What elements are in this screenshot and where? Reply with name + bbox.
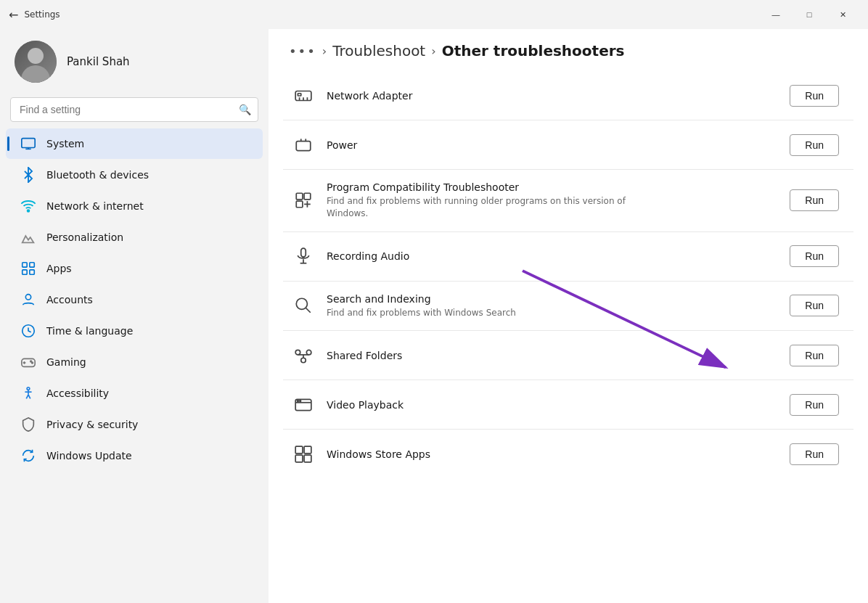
sidebar-item-bluetooth-label: Bluetooth & devices — [46, 169, 149, 181]
sidebar-item-network[interactable]: Network & internet — [6, 191, 263, 221]
network-adapter-title: Network Adapter — [327, 90, 778, 102]
svg-rect-29 — [304, 194, 311, 200]
sidebar-item-gaming[interactable]: Gaming — [6, 347, 263, 377]
sidebar-item-bluetooth[interactable]: Bluetooth & devices — [6, 160, 263, 190]
sidebar-item-apps[interactable]: Apps — [6, 253, 263, 284]
shared-folders-title: Shared Folders — [327, 350, 778, 361]
search-container: 🔍 — [10, 97, 258, 122]
recording-audio-icon — [292, 245, 315, 268]
breadcrumb-troubleshoot-link[interactable]: Troubleshoot — [332, 42, 425, 60]
sidebar-item-time-label: Time & language — [46, 325, 133, 337]
svg-rect-52 — [304, 455, 311, 462]
time-icon — [20, 323, 36, 339]
search-indexing-desc: Find and fix problems with Windows Searc… — [327, 307, 660, 319]
sidebar-item-gaming-label: Gaming — [46, 356, 86, 368]
search-indexing-icon — [292, 294, 315, 317]
troubleshooter-list: Network Adapter Run Power — [269, 71, 868, 603]
sidebar-item-personalization-label: Personalization — [46, 231, 123, 243]
svg-rect-49 — [295, 447, 303, 454]
sidebar-item-time[interactable]: Time & language — [6, 316, 263, 346]
program-compat-info: Program Compatibility Troubleshooter Fin… — [327, 181, 778, 220]
svg-rect-6 — [22, 270, 27, 274]
gaming-icon — [20, 354, 36, 370]
windows-store-run-button[interactable]: Run — [790, 443, 839, 465]
breadcrumb-dots[interactable]: ••• — [289, 44, 316, 59]
breadcrumb-sep1: › — [322, 44, 327, 58]
video-playback-title: Video Playback — [327, 399, 778, 411]
windows-store-info: Windows Store Apps — [327, 448, 778, 460]
sidebar-item-update[interactable]: Windows Update — [6, 440, 263, 471]
bluetooth-icon — [20, 167, 36, 183]
sidebar-item-privacy-label: Privacy & security — [46, 419, 138, 430]
svg-point-14 — [32, 362, 33, 364]
svg-rect-30 — [296, 201, 303, 208]
profile-area[interactable]: Pankil Shah — [0, 29, 269, 94]
network-adapter-info: Network Adapter — [327, 90, 778, 102]
content-wrapper: ••• › Troubleshoot › Other troubleshoote… — [269, 29, 868, 603]
recording-audio-info: Recording Audio — [327, 250, 778, 262]
shared-folders-icon — [292, 344, 315, 367]
shared-folders-info: Shared Folders — [327, 350, 778, 361]
sidebar-item-system[interactable]: System — [6, 128, 263, 159]
sidebar-nav: System Bluetooth & devices — [0, 128, 269, 472]
sidebar-item-accessibility[interactable]: Accessibility — [6, 378, 263, 409]
power-run-button[interactable]: Run — [790, 134, 839, 156]
power-icon — [292, 134, 315, 157]
sidebar-item-apps-label: Apps — [46, 263, 72, 274]
svg-line-19 — [28, 395, 30, 399]
sidebar-item-update-label: Windows Update — [46, 450, 132, 462]
sidebar-item-network-label: Network & internet — [46, 200, 144, 212]
svg-point-8 — [25, 295, 30, 300]
troubleshooter-shared-folders: Shared Folders Run — [283, 331, 853, 380]
network-icon — [20, 198, 36, 214]
svg-point-39 — [295, 350, 300, 355]
windows-store-title: Windows Store Apps — [327, 448, 778, 460]
maximize-button[interactable]: □ — [793, 3, 826, 26]
svg-rect-33 — [301, 248, 306, 257]
video-playback-run-button[interactable]: Run — [790, 394, 839, 416]
close-button[interactable]: ✕ — [826, 3, 859, 26]
accessibility-icon — [20, 385, 36, 401]
program-compat-title: Program Compatibility Troubleshooter — [327, 181, 778, 193]
system-icon — [20, 136, 36, 152]
search-icon: 🔍 — [239, 104, 251, 115]
svg-point-38 — [301, 358, 306, 363]
title-bar: ← Settings — □ ✕ — [0, 0, 868, 29]
sidebar: Pankil Shah 🔍 System — [0, 29, 269, 603]
recording-audio-run-button[interactable]: Run — [790, 245, 839, 267]
troubleshooter-network-adapter: Network Adapter Run — [283, 71, 853, 120]
window-controls: — □ ✕ — [759, 3, 859, 26]
svg-rect-28 — [296, 194, 303, 200]
sidebar-item-accounts-label: Accounts — [46, 294, 93, 305]
sidebar-item-accounts[interactable]: Accounts — [6, 284, 263, 315]
sidebar-item-system-label: System — [46, 138, 84, 149]
window-title: Settings — [24, 9, 60, 20]
network-adapter-run-button[interactable]: Run — [790, 85, 839, 107]
troubleshooter-windows-store: Windows Store Apps Run — [283, 430, 853, 479]
svg-point-40 — [306, 350, 311, 355]
sidebar-item-privacy[interactable]: Privacy & security — [6, 409, 263, 440]
svg-rect-7 — [30, 270, 34, 274]
breadcrumb: ••• › Troubleshoot › Other troubleshoote… — [269, 29, 868, 71]
search-input[interactable] — [10, 97, 258, 122]
search-indexing-run-button[interactable]: Run — [790, 295, 839, 316]
back-icon[interactable]: ← — [9, 8, 18, 22]
apps-icon — [20, 261, 36, 276]
program-compat-run-button[interactable]: Run — [790, 189, 839, 211]
accounts-icon — [20, 292, 36, 308]
search-indexing-info: Search and Indexing Find and fix problem… — [327, 293, 778, 319]
svg-point-3 — [28, 210, 30, 212]
svg-point-47 — [298, 401, 299, 402]
svg-point-48 — [300, 401, 301, 402]
troubleshooter-program-compat: Program Compatibility Troubleshooter Fin… — [283, 170, 853, 232]
privacy-icon — [20, 417, 36, 432]
sidebar-item-personalization[interactable]: Personalization — [6, 222, 263, 253]
sidebar-item-accessibility-label: Accessibility — [46, 387, 109, 399]
shared-folders-run-button[interactable]: Run — [790, 345, 839, 366]
minimize-button[interactable]: — — [759, 3, 793, 26]
svg-rect-50 — [304, 447, 311, 454]
program-compat-desc: Find and fix problems with running older… — [327, 195, 660, 220]
avatar — [15, 41, 57, 83]
profile-name: Pankil Shah — [67, 55, 130, 68]
video-playback-info: Video Playback — [327, 399, 778, 411]
